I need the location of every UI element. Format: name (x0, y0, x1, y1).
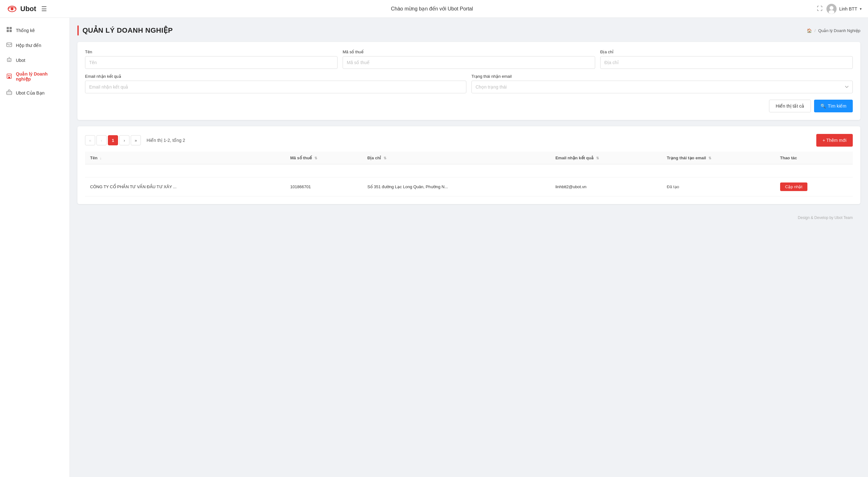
filter-card: Tên Mã số thuế Địa chỉ Email nhận kết qu… (78, 42, 860, 120)
chevron-down-icon: ▾ (860, 7, 862, 11)
pagination-first-button[interactable]: « (85, 135, 95, 145)
data-table: Tên ↓ Mã số thuế ⇅ Địa chỉ ⇅ Email nhậ (85, 152, 853, 197)
avatar (827, 4, 837, 14)
svg-rect-7 (9, 27, 12, 29)
svg-point-13 (9, 60, 10, 60)
cap-nhat-button[interactable]: Cập nhật (780, 182, 807, 191)
email-form-group: Email nhận kết quả (85, 74, 466, 93)
logo-text: Ubot (20, 5, 36, 13)
tim-kiem-button[interactable]: 🔍 Tìm kiếm (814, 100, 853, 112)
svg-rect-6 (7, 27, 9, 29)
col-email[interactable]: Email nhận kết quả ⇅ (551, 152, 662, 165)
filter-row1: Tên Mã số thuế Địa chỉ (85, 50, 853, 69)
pagination-page1-button[interactable]: 1 (108, 135, 118, 145)
col-ten[interactable]: Tên ↓ (85, 152, 285, 165)
breadcrumb-home-icon[interactable]: 🏠 (807, 28, 812, 33)
pagination-next-button[interactable]: › (119, 135, 129, 145)
sidebar-item-hop-thu-den[interactable]: Hộp thư đến (0, 38, 69, 53)
pagination-last-button[interactable]: » (131, 135, 141, 145)
table-row-empty (85, 165, 853, 177)
header-left: Ubot ☰ (6, 3, 47, 14)
ma-so-thue-input[interactable] (343, 56, 595, 69)
filter-actions: Hiển thị tất cả 🔍 Tìm kiếm (85, 100, 853, 112)
robot-icon (6, 57, 12, 64)
main-content: QUẢN LÝ DOANH NGHIỆP 🏠 / Quản lý Doanh N… (70, 18, 868, 477)
trang-thai-label: Trạng thái nhận email (471, 74, 853, 79)
svg-point-2 (11, 7, 13, 10)
sidebar-item-ubot-cua-ban[interactable]: Ubot Của Bạn (0, 85, 69, 100)
email-label: Email nhận kết quả (85, 74, 466, 79)
layout: Thống kê Hộp thư đến Ubot Quản lý Doanh … (0, 18, 868, 477)
pagination: « ‹ 1 › » (85, 135, 141, 145)
page-title-wrapper: QUẢN LÝ DOANH NGHIỆP (78, 25, 173, 35)
footer: Design & Develop by Ubot Team (78, 210, 860, 225)
sort-icon-dia-chi: ⇅ (383, 156, 386, 160)
table-body: CÔNG TY CỔ PHẦN TƯ VẤN ĐẦU TƯ XÂY ... 10… (85, 165, 853, 197)
table-row: CÔNG TY CỔ PHẦN TƯ VẤN ĐẦU TƯ XÂY ... 10… (85, 177, 853, 197)
sidebar-item-quan-ly-doanh-nghiep[interactable]: Quản lý Doanh nghiệp (0, 68, 69, 85)
col-ma-so-thue[interactable]: Mã số thuế ⇅ (285, 152, 362, 165)
hien-thi-tat-ca-button[interactable]: Hiển thị tất cả (769, 100, 811, 112)
sort-icon-ten: ↓ (100, 156, 102, 160)
table-header: Tên ↓ Mã số thuế ⇅ Địa chỉ ⇅ Email nhậ (85, 152, 853, 165)
sidebar-item-label: Ubot (16, 58, 25, 63)
search-icon: 🔍 (820, 103, 826, 109)
ma-so-thue-label: Mã số thuế (343, 50, 595, 54)
sidebar-item-label: Thống kê (16, 28, 35, 33)
table-card: « ‹ 1 › » Hiển thị 1-2, tổng 2 + Thêm mớ… (78, 126, 860, 204)
cell-ma-so-thue: 101866701 (285, 177, 362, 197)
trang-thai-form-group: Trạng thái nhận email Chọn trạng thái Đã… (471, 74, 853, 93)
sort-icon-ma-so-thue: ⇅ (314, 156, 317, 160)
cell-thao-tac: Cập nhật (775, 177, 853, 197)
email-input[interactable] (85, 81, 466, 93)
pagination-prev-button[interactable]: ‹ (96, 135, 106, 145)
sidebar-item-label: Ubot Của Bạn (16, 90, 44, 95)
table-toolbar: « ‹ 1 › » Hiển thị 1-2, tổng 2 + Thêm mớ… (85, 134, 853, 147)
svg-rect-18 (8, 75, 9, 76)
user-info[interactable]: Linh BTT ▾ (827, 4, 862, 14)
header: Ubot ☰ Chào mừng bạn đến với Ubot Portal… (0, 0, 868, 18)
cell-email: linhbtt2@ubot.vn (551, 177, 662, 197)
page-header: QUẢN LÝ DOANH NGHIỆP 🏠 / Quản lý Doanh N… (78, 25, 860, 35)
header-right: ⛶ Linh BTT ▾ (817, 4, 862, 14)
svg-rect-20 (8, 77, 10, 79)
sidebar-item-label: Quản lý Doanh nghiệp (16, 71, 63, 82)
building-icon (6, 73, 12, 80)
breadcrumb-current: Quản lý Doanh Nghiệp (818, 28, 860, 33)
ten-input[interactable] (85, 56, 338, 69)
col-trang-thai[interactable]: Trạng thái tạo email ⇅ (662, 152, 775, 165)
sort-icon-email: ⇅ (596, 156, 599, 160)
trang-thai-select[interactable]: Chọn trạng thái Đã tạo Chưa tạo (471, 81, 853, 93)
page-title: QUẢN LÝ DOANH NGHIỆP (83, 26, 173, 35)
svg-rect-14 (9, 61, 10, 61)
table-header-row: Tên ↓ Mã số thuế ⇅ Địa chỉ ⇅ Email nhậ (85, 152, 853, 165)
filter-row2: Email nhận kết quả Trạng thái nhận email… (85, 74, 853, 93)
svg-point-16 (9, 57, 9, 58)
ma-so-thue-form-group: Mã số thuế (343, 50, 595, 69)
svg-rect-19 (9, 75, 10, 76)
header-center-text: Chào mừng bạn đến với Ubot Portal (391, 6, 473, 12)
hamburger-icon[interactable]: ☰ (41, 5, 47, 13)
svg-point-4 (830, 6, 833, 10)
dia-chi-form-group: Địa chỉ (600, 50, 853, 69)
svg-rect-10 (7, 43, 12, 47)
sidebar-item-thong-ke[interactable]: Thống kê (0, 23, 69, 38)
svg-rect-8 (7, 30, 9, 32)
logo: Ubot (6, 3, 36, 14)
cell-ten: CÔNG TY CỔ PHẦN TƯ VẤN ĐẦU TƯ XÂY ... (85, 177, 285, 197)
pagination-area: « ‹ 1 › » Hiển thị 1-2, tổng 2 (85, 135, 185, 145)
sort-icon-trang-thai: ⇅ (708, 156, 711, 160)
ten-label: Tên (85, 50, 338, 54)
them-moi-button[interactable]: + Thêm mới (816, 134, 853, 147)
dia-chi-input[interactable] (600, 56, 853, 69)
col-dia-chi[interactable]: Địa chỉ ⇅ (362, 152, 551, 165)
fullscreen-icon[interactable]: ⛶ (817, 5, 823, 12)
svg-point-12 (8, 60, 8, 60)
user-name: Linh BTT (839, 6, 857, 11)
sidebar-item-ubot[interactable]: Ubot (0, 53, 69, 68)
cell-trang-thai: Đã tạo (662, 177, 775, 197)
footer-text: Design & Develop by Ubot Team (798, 215, 853, 220)
cell-dia-chi: Số 351 đường Lạc Long Quân, Phường N... (362, 177, 551, 197)
inbox-icon (6, 41, 12, 49)
svg-rect-9 (9, 30, 12, 32)
